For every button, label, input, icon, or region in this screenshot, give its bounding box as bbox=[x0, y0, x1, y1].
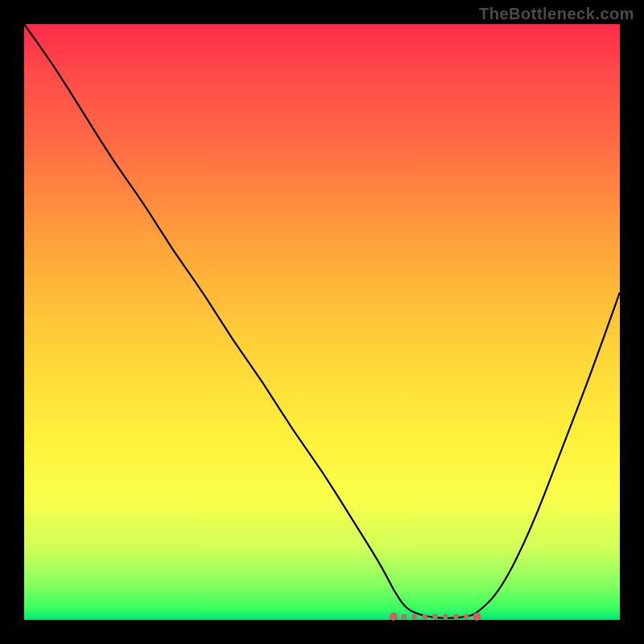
marker-dot bbox=[473, 613, 481, 621]
marker-dot bbox=[432, 614, 438, 620]
chart-frame: TheBottleneck.com bbox=[0, 0, 644, 644]
bottleneck-curve bbox=[24, 24, 620, 620]
marker-dot bbox=[411, 614, 417, 620]
curve-line bbox=[24, 24, 620, 618]
marker-dot bbox=[422, 614, 427, 620]
watermark-text: TheBottleneck.com bbox=[479, 5, 634, 23]
marker-dot bbox=[453, 614, 459, 620]
plot-area bbox=[24, 24, 620, 620]
marker-dot bbox=[443, 614, 448, 620]
marker-dot bbox=[401, 614, 407, 620]
minimum-markers bbox=[390, 613, 481, 621]
marker-dot bbox=[390, 613, 398, 621]
marker-dot bbox=[464, 614, 469, 620]
